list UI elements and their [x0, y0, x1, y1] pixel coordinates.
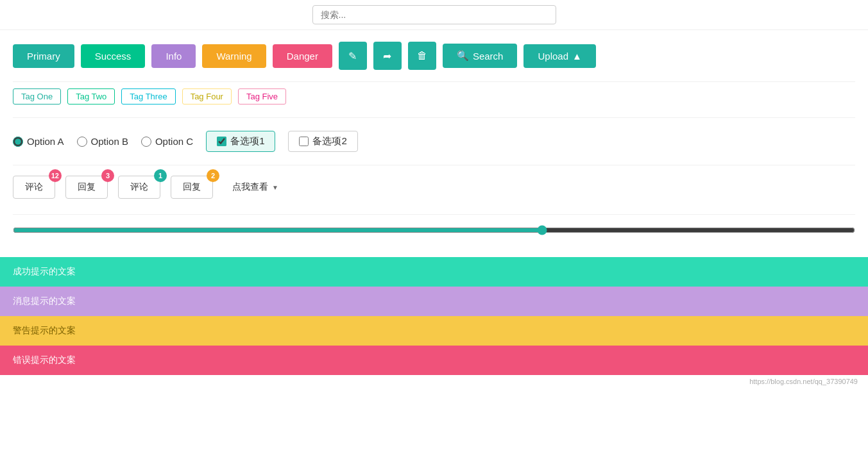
- alert-danger: 错误提示的文案: [0, 346, 868, 375]
- badge-button-3[interactable]: 评论: [118, 176, 160, 199]
- share-icon: ➦: [383, 50, 391, 62]
- tag-three[interactable]: Tag Three: [121, 88, 175, 104]
- checkbox-input-2[interactable]: [299, 137, 309, 146]
- checkbox-option-2[interactable]: 备选项2: [288, 131, 357, 152]
- dropdown-button[interactable]: 点我查看 ▼: [223, 176, 287, 198]
- alert-info-text: 消息提示的文案: [13, 296, 76, 306]
- radio-label-a: Option A: [27, 136, 64, 147]
- alert-warning: 警告提示的文案: [0, 316, 868, 346]
- slider-section: [0, 215, 868, 257]
- badge-count-3: 1: [154, 169, 167, 182]
- tag-two[interactable]: Tag Two: [67, 88, 115, 104]
- share-icon-button[interactable]: ➦: [373, 42, 402, 70]
- badge-button-4[interactable]: 回复: [171, 176, 213, 199]
- radio-option-a[interactable]: Option A: [13, 136, 64, 147]
- badge-wrapper-1: 评论 12: [13, 176, 55, 199]
- delete-icon: 🗑: [417, 50, 427, 62]
- badge-button-2[interactable]: 回复: [65, 176, 108, 199]
- badge-section: 评论 12 回复 3 评论 1 回复 2 点我查看 ▼: [0, 165, 868, 214]
- badge-button-1[interactable]: 评论: [13, 176, 55, 199]
- radio-label-c: Option C: [155, 136, 193, 147]
- attribution-text: https://blog.csdn.net/qq_37390749: [749, 378, 858, 385]
- edit-icon-button[interactable]: ✎: [339, 42, 367, 70]
- tag-five[interactable]: Tag Five: [238, 88, 286, 104]
- primary-button[interactable]: Primary: [13, 44, 74, 68]
- info-button[interactable]: Info: [151, 44, 196, 68]
- radio-label-b: Option B: [91, 136, 128, 147]
- tag-four[interactable]: Tag Four: [182, 88, 232, 104]
- badge-wrapper-3: 评论 1: [118, 176, 160, 199]
- alert-danger-text: 错误提示的文案: [13, 355, 76, 365]
- top-search-input[interactable]: [312, 5, 556, 24]
- radio-option-c[interactable]: Option C: [141, 136, 193, 147]
- checkbox-input-1[interactable]: [217, 137, 226, 146]
- badge-count-2: 3: [101, 169, 114, 182]
- danger-button[interactable]: Danger: [273, 44, 332, 68]
- delete-icon-button[interactable]: 🗑: [408, 42, 436, 70]
- upload-button[interactable]: Upload ▲: [523, 44, 595, 68]
- radio-input-a[interactable]: [13, 137, 23, 147]
- checkbox-label-2: 备选项2: [312, 135, 346, 147]
- upload-icon: ▲: [572, 51, 582, 62]
- upload-button-label: Upload: [538, 51, 568, 62]
- checkbox-label-1: 备选项1: [230, 135, 264, 147]
- alert-success: 成功提示的文案: [0, 257, 868, 287]
- alerts-section: 成功提示的文案 消息提示的文案 警告提示的文案 错误提示的文案: [0, 257, 868, 375]
- alert-success-text: 成功提示的文案: [13, 266, 76, 276]
- warning-button[interactable]: Warning: [202, 44, 266, 68]
- success-button[interactable]: Success: [81, 44, 146, 68]
- badge-count-4: 2: [207, 169, 219, 182]
- slider-input[interactable]: [13, 225, 855, 235]
- checkbox-option-1[interactable]: 备选项1: [206, 131, 275, 152]
- badge-wrapper-4: 回复 2: [171, 176, 213, 199]
- alert-info: 消息提示的文案: [0, 287, 868, 316]
- search-button-label: Search: [473, 51, 504, 62]
- buttons-section: Primary Success Info Warning Danger ✎ ➦ …: [0, 30, 868, 81]
- search-button[interactable]: 🔍 Search: [443, 44, 518, 68]
- dropdown-arrow-icon: ▼: [272, 184, 278, 191]
- radio-input-b[interactable]: [77, 137, 87, 147]
- top-search-area: [0, 0, 868, 30]
- edit-icon: ✎: [348, 50, 357, 62]
- radio-option-b[interactable]: Option B: [77, 136, 128, 147]
- tags-section: Tag One Tag Two Tag Three Tag Four Tag F…: [0, 82, 868, 117]
- options-section: Option A Option B Option C 备选项1 备选项2: [0, 118, 868, 165]
- alert-warning-text: 警告提示的文案: [13, 325, 76, 335]
- search-icon: 🔍: [457, 50, 469, 62]
- tag-one[interactable]: Tag One: [13, 88, 61, 104]
- badge-wrapper-2: 回复 3: [65, 176, 108, 199]
- badge-count-1: 12: [49, 169, 62, 182]
- radio-input-c[interactable]: [141, 137, 151, 147]
- dropdown-label: 点我查看: [232, 181, 268, 193]
- attribution: https://blog.csdn.net/qq_37390749: [0, 375, 868, 389]
